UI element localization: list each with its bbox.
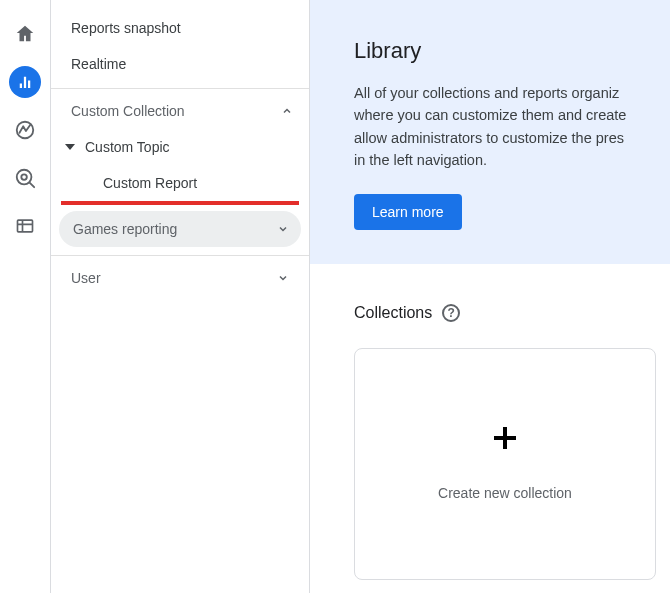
learn-more-button[interactable]: Learn more <box>354 194 462 230</box>
nav-label: Custom Collection <box>71 103 185 119</box>
nav-custom-topic[interactable]: Custom Topic <box>51 129 309 165</box>
nav-label: User <box>71 270 101 286</box>
nav-custom-collection[interactable]: Custom Collection <box>51 88 309 129</box>
nav-realtime[interactable]: Realtime <box>51 46 309 82</box>
nav-label: Reports snapshot <box>71 20 181 36</box>
nav-label: Custom Report <box>103 175 197 191</box>
main-content: Library All of your collections and repo… <box>310 0 670 593</box>
chevron-down-icon <box>277 272 289 284</box>
nav-games-reporting[interactable]: Games reporting <box>59 211 301 247</box>
svg-rect-3 <box>18 220 33 232</box>
nav-label: Games reporting <box>73 221 177 237</box>
advertising-icon[interactable] <box>9 162 41 194</box>
card-label: Create new collection <box>438 485 572 501</box>
page-title: Library <box>354 38 670 64</box>
section-title: Collections <box>354 304 432 322</box>
collections-section: Collections ? Create new collection <box>310 264 670 580</box>
chevron-up-icon <box>281 105 293 117</box>
configure-icon[interactable] <box>9 210 41 242</box>
explore-icon[interactable] <box>9 114 41 146</box>
reports-sidebar: Reports snapshot Realtime Custom Collect… <box>50 0 310 593</box>
nav-label: Realtime <box>71 56 126 72</box>
caret-down-icon <box>65 142 75 152</box>
reports-icon[interactable] <box>9 66 41 98</box>
hero-description: All of your collections and reports orga… <box>354 82 670 172</box>
nav-label: Custom Topic <box>85 139 170 155</box>
plus-icon <box>494 427 516 449</box>
help-icon[interactable]: ? <box>442 304 460 322</box>
create-collection-card[interactable]: Create new collection <box>354 348 656 580</box>
library-hero: Library All of your collections and repo… <box>310 0 670 264</box>
svg-point-2 <box>21 174 26 180</box>
annotation-underline <box>61 201 299 205</box>
nav-custom-report[interactable]: Custom Report <box>51 165 309 201</box>
chevron-down-icon <box>277 223 289 235</box>
nav-reports-snapshot[interactable]: Reports snapshot <box>51 10 309 46</box>
nav-user[interactable]: User <box>51 255 309 300</box>
home-icon[interactable] <box>9 18 41 50</box>
collections-heading: Collections ? <box>354 304 670 322</box>
nav-rail <box>0 0 50 593</box>
